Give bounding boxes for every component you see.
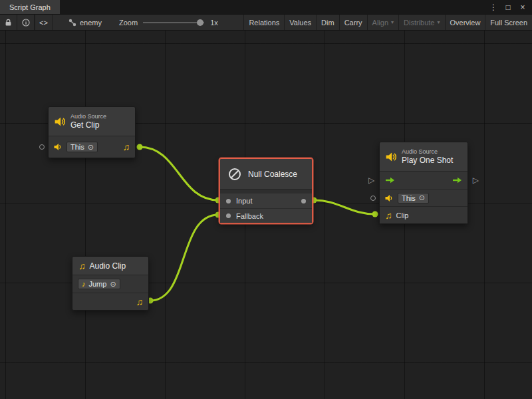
wire-getclip-to-input[interactable] bbox=[140, 147, 218, 200]
audio-source-icon bbox=[55, 116, 66, 127]
target-picker-icon[interactable]: ⊙ bbox=[110, 281, 116, 288]
node-audio-clip[interactable]: ♫ Audio Clip ♪ Jump ⊙ ♫ bbox=[72, 256, 149, 311]
relations-button[interactable]: Relations bbox=[243, 15, 284, 30]
wire-endpoint bbox=[372, 211, 378, 217]
align-label: Align bbox=[372, 19, 388, 27]
flow-out-arrow-icon bbox=[452, 177, 462, 184]
overview-label: Overview bbox=[450, 19, 481, 27]
port-this-input[interactable] bbox=[370, 196, 376, 201]
node-title: Null Coalesce bbox=[248, 170, 297, 179]
this-value: This bbox=[70, 143, 84, 151]
audio-source-icon bbox=[385, 194, 394, 202]
zoom-label: Zoom bbox=[119, 19, 138, 27]
play-target-row: This ⊙ bbox=[380, 189, 467, 206]
dim-label: Dim bbox=[321, 19, 334, 27]
kebab-menu-icon[interactable]: ⋮ bbox=[489, 3, 497, 11]
audio-source-icon bbox=[54, 143, 63, 151]
lock-icon bbox=[5, 19, 12, 27]
node-title: Play One Shot bbox=[402, 156, 453, 165]
tab-script-graph[interactable]: Script Graph bbox=[0, 0, 60, 14]
clip-label: Clip bbox=[396, 211, 409, 219]
window-controls: ⋮ □ × bbox=[489, 0, 532, 14]
wire-result-to-clip[interactable] bbox=[314, 200, 375, 214]
node-play-one-shot[interactable]: Audio Source Play One Shot ▷ bbox=[379, 142, 468, 224]
graph-canvas[interactable]: Audio Source Get Clip This ⊙ ♫ bbox=[0, 31, 532, 399]
audio-clip-icon: ♫ bbox=[78, 261, 86, 271]
node-group-label: Audio Source bbox=[402, 148, 453, 156]
relations-label: Relations bbox=[249, 19, 279, 27]
port-input[interactable] bbox=[226, 199, 231, 203]
audio-clip-output-row: ♫ bbox=[72, 293, 148, 310]
null-coalesce-icon bbox=[227, 167, 242, 182]
wire-audioclip-to-fallback[interactable] bbox=[150, 215, 218, 301]
values-button[interactable]: Values bbox=[284, 15, 316, 30]
align-button[interactable]: Align ▾ bbox=[367, 15, 398, 30]
graph-toolbar: <> enemy Zoom 1x Relations Values Dim Ca… bbox=[0, 14, 532, 31]
node-get-clip[interactable]: Audio Source Get Clip This ⊙ ♫ bbox=[48, 106, 136, 158]
close-icon[interactable]: × bbox=[519, 3, 527, 11]
tab-bar: Script Graph ⋮ □ × bbox=[0, 0, 532, 14]
code-icon: <> bbox=[39, 19, 48, 27]
this-dropdown[interactable]: This ⊙ bbox=[398, 193, 429, 203]
chevron-down-icon: ▾ bbox=[391, 19, 394, 25]
target-picker-icon[interactable]: ⊙ bbox=[419, 194, 425, 201]
fullscreen-button[interactable]: Full Screen bbox=[485, 15, 532, 30]
flow-row: ▷ ▷ bbox=[380, 172, 467, 189]
note-icon: ♪ bbox=[82, 281, 86, 288]
target-picker-icon[interactable]: ⊙ bbox=[88, 144, 94, 151]
chevron-down-icon: ▾ bbox=[438, 19, 440, 25]
clip-input-row: ♫ Clip bbox=[380, 206, 467, 223]
carry-label: Carry bbox=[344, 19, 362, 27]
script-graph-asset-icon bbox=[68, 19, 76, 27]
audio-clip-value-row: ♪ Jump ⊙ bbox=[72, 275, 148, 293]
port-result-output[interactable] bbox=[301, 199, 306, 203]
maximize-icon[interactable]: □ bbox=[504, 3, 512, 11]
node-group-label: Audio Source bbox=[70, 113, 106, 120]
zoom-slider-track bbox=[143, 22, 204, 23]
get-clip-target-row: This ⊙ ♫ bbox=[49, 136, 135, 158]
audio-clip-value: Jump bbox=[89, 280, 107, 288]
overview-button[interactable]: Overview bbox=[445, 15, 485, 30]
fullscreen-label: Full Screen bbox=[490, 19, 527, 27]
input-port-row: Input bbox=[220, 194, 312, 208]
unity-script-graph-window: Script Graph ⋮ □ × bbox=[0, 0, 532, 399]
fallback-label: Fallback bbox=[236, 212, 263, 220]
wire-endpoint bbox=[137, 144, 143, 150]
graph-name: enemy bbox=[80, 19, 102, 27]
this-value: This bbox=[402, 194, 416, 202]
node-header: Null Coalesce bbox=[220, 159, 312, 190]
info-button[interactable] bbox=[17, 15, 35, 30]
info-icon bbox=[22, 19, 30, 27]
audio-clip-type-icon: ♫ bbox=[385, 211, 392, 220]
audio-source-icon bbox=[386, 152, 397, 162]
node-header: Audio Source Get Clip bbox=[49, 107, 135, 136]
toolbar-button-group: Relations Values Dim Carry Align ▾ Distr… bbox=[243, 15, 532, 30]
audio-clip-object-field[interactable]: ♪ Jump ⊙ bbox=[78, 279, 120, 289]
input-label: Input bbox=[236, 197, 252, 205]
audio-clip-type-icon: ♫ bbox=[123, 142, 130, 152]
flow-out-triangle[interactable]: ▷ bbox=[473, 176, 479, 184]
audio-clip-type-icon: ♫ bbox=[136, 297, 144, 307]
port-this-input[interactable] bbox=[39, 144, 45, 150]
carry-button[interactable]: Carry bbox=[339, 15, 367, 30]
graph-breadcrumb[interactable]: enemy bbox=[62, 15, 108, 30]
tab-label: Script Graph bbox=[9, 3, 51, 11]
lock-button[interactable] bbox=[0, 15, 17, 30]
node-title: Audio Clip bbox=[90, 261, 126, 271]
node-null-coalesce[interactable]: Null Coalesce Input Fallback bbox=[219, 158, 313, 223]
port-fallback[interactable] bbox=[226, 213, 231, 218]
flow-in-arrow-icon bbox=[385, 177, 395, 184]
code-view-button[interactable]: <> bbox=[35, 15, 53, 30]
this-dropdown[interactable]: This ⊙ bbox=[66, 142, 98, 152]
zoom-slider-handle[interactable] bbox=[197, 19, 203, 26]
node-header: Audio Source Play One Shot bbox=[380, 142, 467, 172]
distribute-button[interactable]: Distribute ▾ bbox=[398, 15, 444, 30]
dim-button[interactable]: Dim bbox=[316, 15, 339, 30]
node-header: ♫ Audio Clip bbox=[72, 257, 148, 275]
zoom-value: 1x bbox=[210, 19, 218, 27]
values-label: Values bbox=[289, 19, 311, 27]
node-title: Get Clip bbox=[70, 120, 106, 130]
zoom-slider[interactable] bbox=[143, 19, 204, 27]
flow-in-triangle[interactable]: ▷ bbox=[368, 176, 374, 184]
fallback-port-row: Fallback bbox=[220, 208, 312, 223]
